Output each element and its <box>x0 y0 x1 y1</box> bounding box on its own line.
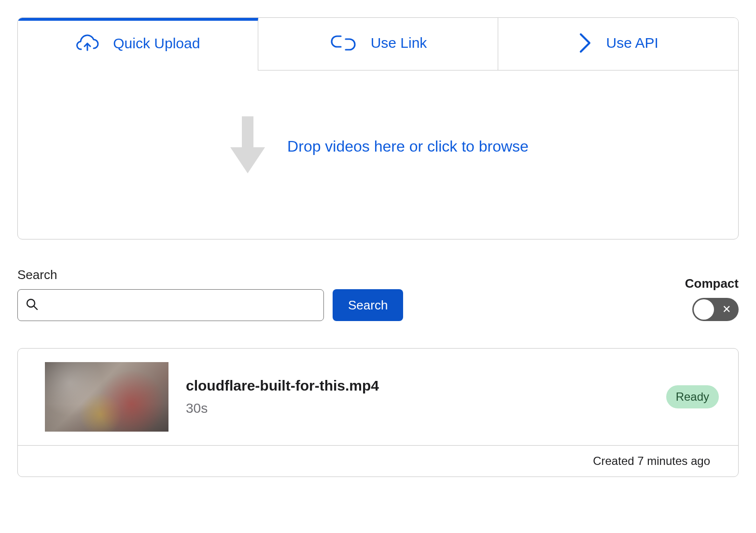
close-icon: ✕ <box>722 304 731 315</box>
tab-use-link[interactable]: Use Link <box>258 18 499 70</box>
video-thumbnail <box>45 362 168 432</box>
search-field-group: Search <box>17 267 324 321</box>
dropzone[interactable]: Drop videos here or click to browse <box>18 70 738 239</box>
compact-control: Compact ✕ <box>685 276 739 321</box>
tab-label: Quick Upload <box>113 35 200 52</box>
link-icon <box>329 35 357 51</box>
search-left: Search Search <box>17 267 403 321</box>
search-input[interactable] <box>45 299 316 311</box>
search-row: Search Search Compact ✕ <box>17 267 739 321</box>
download-arrow-icon <box>227 116 268 176</box>
upload-card: Quick Upload Use Link Use API <box>17 17 739 239</box>
tab-label: Use Link <box>371 35 427 51</box>
video-info: cloudflare-built-for-this.mp4 30s <box>186 378 649 416</box>
status-badge: Ready <box>666 385 719 408</box>
video-list: cloudflare-built-for-this.mp4 30s Ready … <box>17 348 739 477</box>
chevron-right-icon <box>578 32 592 54</box>
tab-label: Use API <box>606 35 658 51</box>
search-label: Search <box>17 267 324 282</box>
search-input-wrap[interactable] <box>17 289 324 321</box>
search-button[interactable]: Search <box>333 289 403 321</box>
video-footer: Created 7 minutes ago <box>18 445 738 477</box>
video-title: cloudflare-built-for-this.mp4 <box>186 378 649 394</box>
toggle-knob <box>694 299 714 320</box>
upload-tabs: Quick Upload Use Link Use API <box>18 18 738 70</box>
video-item[interactable]: cloudflare-built-for-this.mp4 30s Ready <box>18 349 738 445</box>
compact-toggle[interactable]: ✕ <box>692 298 739 321</box>
dropzone-text: Drop videos here or click to browse <box>287 138 529 155</box>
compact-label: Compact <box>685 276 739 291</box>
tab-quick-upload[interactable]: Quick Upload <box>18 18 258 70</box>
search-icon <box>26 298 38 312</box>
tab-use-api[interactable]: Use API <box>498 18 738 70</box>
cloud-upload-icon <box>75 34 99 53</box>
video-duration: 30s <box>186 401 649 416</box>
